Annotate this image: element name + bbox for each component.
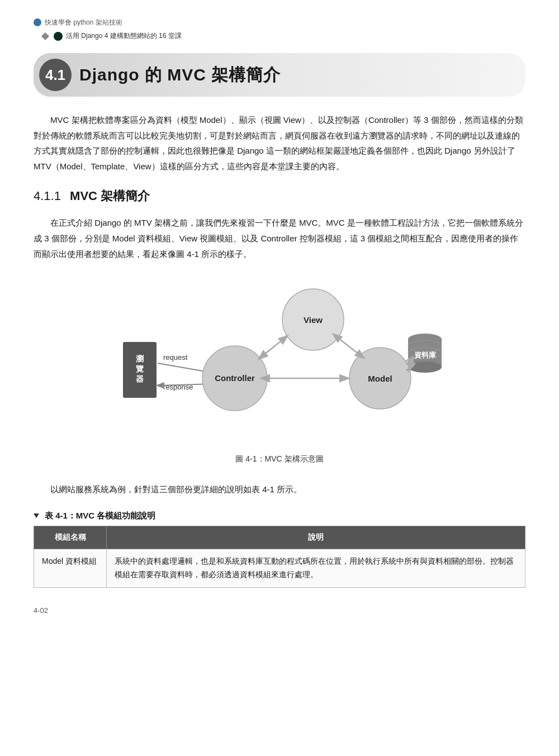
chapter-number-circle: 4.1	[39, 59, 72, 91]
svg-text:Controller: Controller	[215, 373, 255, 383]
chapter-number-text: 4.1	[45, 63, 65, 87]
svg-line-20	[264, 336, 287, 355]
svg-text:資料庫: 資料庫	[414, 351, 437, 359]
breadcrumb-top: 快速學會 python 架站技術	[34, 17, 525, 28]
diamond-icon	[41, 32, 49, 40]
breadcrumb-top-text: 快速學會 python 架站技術	[45, 17, 122, 28]
page-number: 4-02	[34, 605, 525, 617]
triangle-icon	[34, 513, 39, 518]
pre-table-text: 以網站服務系統為例，針對這三個部份更詳細的說明如表 4-1 所示。	[34, 482, 525, 497]
table-cell-model-name: Model 資料模組	[34, 549, 107, 588]
table-cell-model-desc: 系統中的資料處理邏輯，也是和系統資料庫互動的程式碼所在位置，用於執行系統中所有與…	[107, 549, 525, 588]
svg-line-22	[338, 338, 363, 358]
section-411-heading: 4.1.1 MVC 架構簡介	[34, 186, 525, 206]
django-icon	[54, 32, 63, 41]
body-paragraph-2: 在正式介紹 Django 的 MTV 架構之前，讓我們先來複習一下什麼是 MVC…	[34, 215, 525, 261]
mvc-diagram-container: 瀏 覽 器 request response Controller View M…	[34, 275, 525, 476]
table-caption-text: 表 4-1：MVC 各模組功能說明	[45, 508, 155, 523]
section-411-title: MVC 架構簡介	[70, 189, 150, 203]
python-icon	[34, 18, 41, 26]
mvc-table: 模組名稱 說明 Model 資料模組 系統中的資料處理邏輯，也是和系統資料庫互動…	[34, 526, 525, 587]
breadcrumb-sub: 活用 Django 4 建構動態網站的 16 堂課	[34, 30, 525, 41]
mvc-diagram: 瀏 覽 器 request response Controller View M…	[106, 275, 453, 448]
chapter-title: Django 的 MVC 架構簡介	[79, 60, 281, 89]
table-header-desc: 說明	[107, 526, 525, 549]
svg-point-16	[408, 362, 442, 373]
svg-text:覽: 覽	[136, 364, 144, 373]
section-411-number: 4.1.1	[34, 189, 61, 203]
diagram-caption: 圖 4-1：MVC 架構示意圖	[235, 453, 323, 466]
svg-text:request: request	[163, 353, 188, 362]
body-paragraph-1: MVC 架構把軟體專案區分為資料（模型 Model）、顯示（視圖 View）、以…	[34, 112, 525, 174]
table-caption-row: 表 4-1：MVC 各模組功能說明	[34, 508, 525, 523]
table-row: Model 資料模組 系統中的資料處理邏輯，也是和系統資料庫互動的程式碼所在位置…	[34, 549, 525, 588]
svg-text:View: View	[304, 315, 323, 325]
breadcrumb-sub-text: 活用 Django 4 建構動態網站的 16 堂課	[66, 30, 182, 41]
svg-text:Model: Model	[368, 374, 392, 383]
table-header-name: 模組名稱	[34, 526, 107, 549]
svg-text:器: 器	[136, 374, 144, 383]
svg-text:response: response	[163, 383, 193, 391]
chapter-heading: 4.1 Django 的 MVC 架構簡介	[34, 53, 525, 97]
svg-text:瀏: 瀏	[136, 354, 144, 363]
